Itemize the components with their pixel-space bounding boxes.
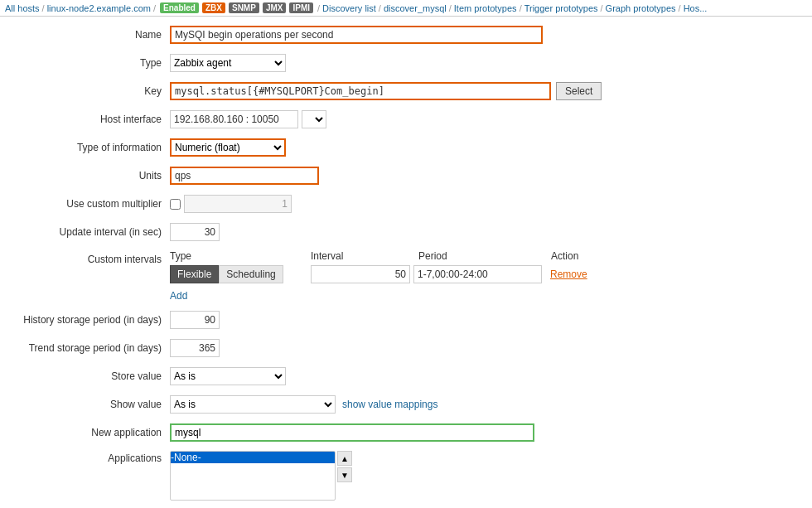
sep6: / [520, 3, 522, 13]
breadcrumb: All hosts / linux-node2.example.com / En… [0, 0, 812, 17]
snmp-badge: SNMP [229, 2, 259, 13]
key-input[interactable] [170, 82, 551, 100]
host-interface-label: Host interface [17, 114, 170, 125]
ci-interval-input[interactable] [311, 265, 410, 283]
store-value-row: Store value As is [17, 366, 795, 386]
nav-item-prototypes[interactable]: Item prototypes [454, 3, 517, 13]
multiplier-row: Use custom multiplier [17, 194, 795, 214]
nav-all-hosts[interactable]: All hosts [5, 3, 40, 13]
trend-row: Trend storage period (in days) [17, 338, 795, 358]
sep3: / [317, 3, 320, 13]
type-select[interactable]: Zabbix agent [170, 54, 286, 72]
history-input[interactable] [170, 311, 220, 329]
show-value-label: Show value [17, 399, 170, 410]
apps-scroll-up-button[interactable]: ▲ [337, 451, 352, 466]
ci-interval-header: Interval [311, 250, 418, 262]
units-row: Units [17, 166, 795, 186]
applications-select[interactable]: -None- [170, 451, 336, 501]
jmx-badge: JMX [263, 2, 287, 13]
nav-graph-prototypes[interactable]: Graph prototypes [606, 3, 676, 13]
ci-header: Type Interval Period Action [170, 250, 795, 262]
nav-hosts[interactable]: Hos... [684, 3, 708, 13]
trend-label: Trend storage period (in days) [17, 342, 170, 354]
sep5: / [449, 3, 452, 13]
ci-type-buttons: Flexible Scheduling [170, 265, 311, 283]
units-label: Units [17, 170, 170, 181]
name-row: Name [17, 25, 795, 45]
apps-scroll-buttons: ▲ ▼ [337, 451, 352, 482]
new-application-row: New application [17, 423, 795, 443]
sep2: / [153, 3, 156, 13]
sep1: / [42, 3, 45, 13]
apps-scroll-down-button[interactable]: ▼ [337, 467, 352, 482]
store-value-select[interactable]: As is [170, 367, 286, 385]
ci-scheduling-button[interactable]: Scheduling [219, 265, 283, 283]
sep8: / [679, 3, 681, 13]
type-info-label: Type of information [17, 142, 170, 153]
zbx-badge: ZBX [202, 2, 225, 13]
nav-trigger-prototypes[interactable]: Trigger prototypes [524, 3, 598, 13]
ci-flexible-button[interactable]: Flexible [170, 265, 219, 283]
type-row: Type Zabbix agent [17, 53, 795, 73]
select-button[interactable]: Select [556, 82, 602, 100]
key-row: Key Select [17, 81, 795, 101]
ci-period-input[interactable] [413, 265, 542, 283]
item-prototype-form: Name Type Zabbix agent Key Select Host i… [0, 17, 812, 508]
multiplier-label: Use custom multiplier [17, 198, 170, 210]
new-application-input[interactable] [172, 425, 533, 440]
nav-discover-mysql[interactable]: discover_mysql [384, 3, 447, 13]
history-label: History storage period (in days) [17, 314, 170, 326]
custom-intervals-label: Custom intervals [17, 250, 170, 265]
type-info-row: Type of information Numeric (float) [17, 138, 795, 157]
show-value-row: Show value As is show value mappings [17, 394, 795, 414]
show-value-select[interactable]: As is [170, 395, 336, 414]
applications-row: Applications -None- ▲ ▼ [17, 451, 795, 501]
ci-remove-link[interactable]: Remove [550, 269, 587, 280]
applications-label: Applications [17, 451, 170, 464]
nav-discovery-list[interactable]: Discovery list [322, 3, 376, 13]
trend-input[interactable] [170, 339, 220, 357]
ci-type-header: Type [170, 250, 311, 262]
ci-period-header: Period [418, 250, 551, 262]
sep7: / [601, 3, 603, 13]
type-info-select[interactable]: Numeric (float) [170, 138, 286, 157]
show-value-mapping-link[interactable]: show value mappings [342, 399, 437, 410]
name-input[interactable] [170, 26, 543, 44]
multiplier-input[interactable] [184, 195, 292, 213]
custom-intervals-section: Custom intervals Type Interval Period Ac… [17, 250, 795, 302]
update-interval-input[interactable] [170, 223, 220, 241]
store-value-label: Store value [17, 370, 170, 382]
applications-controls: -None- ▲ ▼ [170, 451, 352, 501]
ci-row: Flexible Scheduling Remove [170, 265, 795, 283]
ipmi-badge: IPMI [289, 2, 313, 13]
host-interface-select[interactable] [302, 110, 326, 128]
custom-intervals-content: Type Interval Period Action Flexible Sch… [170, 250, 795, 302]
update-interval-label: Update interval (in sec) [17, 226, 170, 238]
ci-action-header: Action [551, 250, 617, 262]
new-application-wrapper [170, 423, 534, 442]
host-interface-controls [170, 110, 326, 128]
multiplier-controls [170, 195, 292, 213]
name-label: Name [17, 29, 170, 41]
type-label: Type [17, 57, 170, 69]
multiplier-checkbox[interactable] [170, 199, 181, 210]
nav-host[interactable]: linux-node2.example.com [47, 3, 151, 13]
enabled-badge: Enabled [160, 2, 199, 13]
key-label: Key [17, 85, 170, 97]
sep4: / [379, 3, 381, 13]
history-row: History storage period (in days) [17, 310, 795, 330]
host-interface-input[interactable] [170, 110, 298, 128]
update-interval-row: Update interval (in sec) [17, 222, 795, 242]
units-input[interactable] [170, 167, 319, 185]
ci-add-link[interactable]: Add [170, 290, 187, 302]
host-interface-row: Host interface [17, 109, 795, 129]
new-application-label: New application [17, 427, 170, 438]
